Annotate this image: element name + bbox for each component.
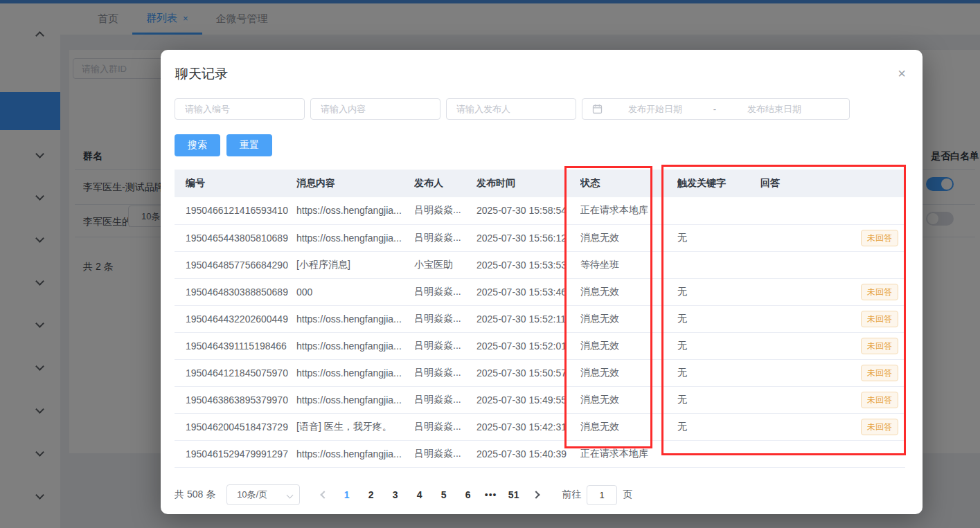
table-header-row: 编号 消息内容 发布人 发布时间 状态 触发关键字 回答 [175,170,905,197]
search-button[interactable]: 搜索 [175,134,220,156]
content-input[interactable] [310,98,440,120]
record-publisher: 吕明焱焱... [414,440,476,467]
page-number-4[interactable]: 4 [409,489,430,500]
record-content: [小程序消息] [296,251,414,278]
table-row[interactable]: 1950464121845075970 https://oss.hengfang… [175,359,905,386]
record-keyword: 无 [677,224,760,251]
col-id: 编号 [175,170,296,197]
record-status: 正在请求本地库 [580,440,677,467]
record-answer: 未回答 [760,413,905,440]
table-row[interactable]: 1950462004518473729 [语音] 医生，我牙疼。 吕明焱焱...… [175,413,905,440]
page-number-6[interactable]: 6 [457,489,479,500]
page-number-5[interactable]: 5 [433,489,454,500]
record-id: 1950464121845075970 [175,359,296,386]
record-status: 消息无效 [580,305,677,332]
record-keyword: 无 [677,413,760,440]
record-time: 2025-07-30 15:53:53 [476,251,580,278]
prev-page-button[interactable] [314,492,335,498]
date-end-placeholder[interactable]: 发布结束日期 [722,103,827,116]
table-row[interactable]: 1950463863895379970 https://oss.hengfang… [175,386,905,413]
record-status: 消息无效 [580,224,677,251]
page-size-value: 10条/页 [237,489,267,501]
page-number-2[interactable]: 2 [360,489,382,500]
record-id-input[interactable] [175,98,305,120]
record-keyword: 无 [677,278,760,305]
filter-bar: 发布开始日期 - 发布结束日期 [175,98,850,120]
next-page-button[interactable] [526,492,546,498]
chevron-right-icon [532,491,540,498]
app-root: 首页 群列表 × 企微号管理 群名 是否白名单 李军医生-测试品牌 李军医生的健… [0,0,980,528]
record-id: 1950461529479991297 [175,440,296,467]
record-content: https://oss.hengfangjia... [296,386,414,413]
record-answer [760,197,905,224]
close-icon[interactable]: × [898,66,906,80]
calendar-icon [592,104,603,114]
reset-button[interactable]: 重置 [226,134,272,156]
page-number-51[interactable]: 51 [503,489,524,500]
record-content: https://oss.hengfangjia... [296,305,414,332]
record-answer: 未回答 [760,224,905,251]
more-pages-icon[interactable]: ••• [480,489,501,500]
table-row[interactable]: 1950461529479991297 https://oss.hengfang… [175,440,905,467]
record-content: https://oss.hengfangjia... [296,332,414,359]
date-separator: - [708,104,722,114]
chat-records-table: 编号 消息内容 发布人 发布时间 状态 触发关键字 回答 19504661214… [175,170,905,468]
record-answer: 未回答 [760,332,905,359]
record-time: 2025-07-30 15:42:31 [476,413,580,440]
record-time: 2025-07-30 15:40:39 [476,440,580,467]
table-row[interactable]: 1950464432202600449 https://oss.hengfang… [175,305,905,332]
unanswered-badge: 未回答 [861,284,898,300]
goto-page-input[interactable] [587,485,617,505]
chevron-down-icon [287,491,294,498]
record-publisher: 吕明焱焱... [414,224,476,251]
chevron-left-icon [320,491,328,498]
unanswered-badge: 未回答 [861,365,898,381]
col-publisher: 发布人 [414,170,476,197]
record-time: 2025-07-30 15:52:01 [476,332,580,359]
record-keyword: 无 [677,332,760,359]
page-number-1[interactable]: 1 [336,489,357,500]
date-start-placeholder[interactable]: 发布开始日期 [603,103,708,116]
table-row[interactable]: 1950464830388850689 000 吕明焱焱... 2025-07-… [175,278,905,305]
page-number-3[interactable]: 3 [384,489,406,500]
col-status: 状态 [580,170,677,197]
record-status: 消息无效 [580,413,677,440]
record-content: https://oss.hengfangjia... [296,197,414,224]
table-row[interactable]: 1950466121416593410 https://oss.hengfang… [175,197,905,224]
publisher-input[interactable] [446,98,576,120]
record-publisher: 吕明焱焱... [414,197,476,224]
record-id: 1950464830388850689 [175,278,296,305]
record-status: 消息无效 [580,332,677,359]
record-status: 消息无效 [580,386,677,413]
goto-suffix: 页 [623,489,632,501]
date-range-picker[interactable]: 发布开始日期 - 发布结束日期 [582,98,850,120]
record-content: [语音] 医生，我牙疼。 [296,413,414,440]
table-row[interactable]: 1950465443805810689 https://oss.hengfang… [175,224,905,251]
record-time: 2025-07-30 15:52:11 [476,305,580,332]
unanswered-badge: 未回答 [861,419,898,435]
record-status: 消息无效 [580,278,677,305]
record-publisher: 小宝医助 [414,251,476,278]
record-content: https://oss.hengfangjia... [296,224,414,251]
record-publisher: 吕明焱焱... [414,386,476,413]
page-size-select[interactable]: 10条/页 [226,484,300,505]
col-content: 消息内容 [296,170,414,197]
record-time: 2025-07-30 15:49:55 [476,386,580,413]
unanswered-badge: 未回答 [861,311,898,327]
record-content: https://oss.hengfangjia... [296,359,414,386]
record-keyword: 无 [677,386,760,413]
record-id: 1950464391115198466 [175,332,296,359]
goto-page: 前往 页 [562,485,632,505]
record-time: 2025-07-30 15:50:57 [476,359,580,386]
table-row[interactable]: 1950464857756684290 [小程序消息] 小宝医助 2025-07… [175,251,905,278]
record-publisher: 吕明焱焱... [414,278,476,305]
record-status: 等待坐班 [580,251,677,278]
table-row[interactable]: 1950464391115198466 https://oss.hengfang… [175,332,905,359]
chat-records-dialog: 聊天记录 × 发布开始日期 - 发布结束日期 搜索 重置 [161,50,923,514]
record-id: 1950462004518473729 [175,413,296,440]
record-id: 1950466121416593410 [175,197,296,224]
col-answer: 回答 [760,170,905,197]
record-status: 正在请求本地库 [580,197,677,224]
record-status: 消息无效 [580,359,677,386]
record-answer [760,440,905,467]
